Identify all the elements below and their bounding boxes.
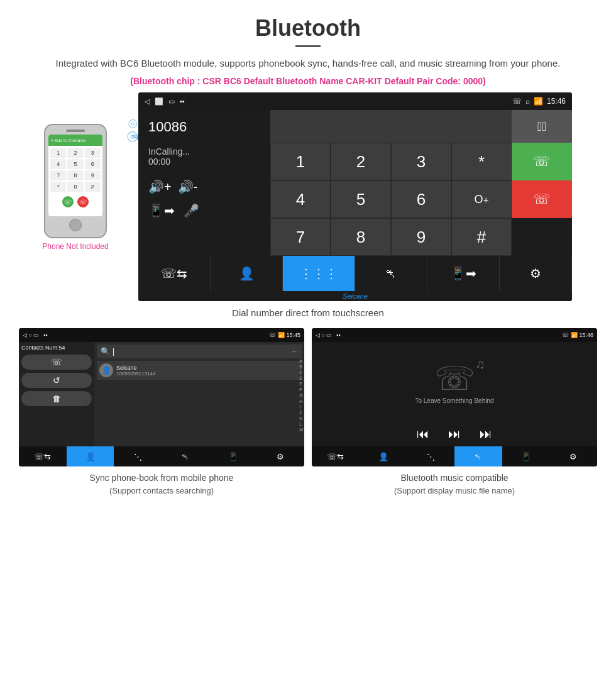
contacts-search-bar[interactable]: 🔍 | ← xyxy=(97,345,302,358)
nav-keypad[interactable]: ⋮⋮⋮ xyxy=(283,256,355,291)
bottom-screens-row: ◁ ○ ▭ ▪▪ ☏ 📶 15:45 Contacts Num:54 xyxy=(0,328,616,497)
contacts-right-panel: 🔍 | ← 👤 Seicane 10655059113144 xyxy=(94,342,304,446)
next-track-button[interactable]: ⏭ xyxy=(480,427,492,441)
contacts-left-panel: Contacts Num:54 ☏ ↺ 🗑 xyxy=(19,342,94,446)
volume-up-icon[interactable]: 🔊+ xyxy=(148,179,172,194)
cs-nav-keypad[interactable]: ⋱ xyxy=(114,446,162,466)
watermark-text: Seicane xyxy=(343,292,368,300)
key-0plus[interactable]: O+ xyxy=(451,180,512,218)
nav-settings[interactable]: ⚙ xyxy=(500,256,572,291)
main-caption: Dial number direct from touchscreen xyxy=(0,307,616,318)
ms-status-left: ◁ ○ ▭ ▪▪ xyxy=(316,332,340,338)
header-divider xyxy=(295,45,321,47)
key-2[interactable]: 2 xyxy=(331,143,391,180)
nav-contacts[interactable]: 👤 xyxy=(211,256,283,291)
phone-end-button: ☏ xyxy=(77,196,89,207)
phone-call-button: ☏ xyxy=(62,196,74,207)
cs-nav-phonebook[interactable]: 📱 xyxy=(209,446,257,466)
phone-keypad: 1 2 3 4 5 6 7 8 9 * 0 # xyxy=(48,146,102,194)
header-description: Integrated with BC6 Bluetooth module, su… xyxy=(38,56,578,71)
key-4[interactable]: 4 xyxy=(270,180,331,218)
cs-delete-btn[interactable]: 🗑 xyxy=(21,391,92,406)
status-bar-right: ☏ ⌕ 📶 15:46 xyxy=(512,97,566,106)
phone-body: + Add to Contacts 1 2 3 4 5 6 7 8 9 xyxy=(44,124,107,238)
phone-key-hash: # xyxy=(85,182,101,192)
volume-down-icon[interactable]: 🔊- xyxy=(178,179,198,194)
music-screen-inner: ◁ ○ ▭ ▪▪ ☏ 📶 15:46 ☏ ♫ xyxy=(312,328,597,466)
main-status-bar: ◁ ⬜ ▭ ▪▪ ☏ ⌕ 📶 15:46 xyxy=(138,92,572,110)
ms-nav-phonebook[interactable]: 📱 xyxy=(502,446,550,466)
phone-key-9: 9 xyxy=(85,170,101,180)
cs-signal-icon: ▪▪ xyxy=(43,332,47,338)
ms-signal-icon: ▪▪ xyxy=(336,332,340,338)
key-3[interactable]: 3 xyxy=(391,143,451,180)
ms-nav-call[interactable]: ☏⇆ xyxy=(312,446,360,466)
backspace-button[interactable]: ✖⃝ xyxy=(512,110,572,143)
key-7[interactable]: 7 xyxy=(270,218,331,256)
cs-status-right: ☏ 📶 15:45 xyxy=(269,332,300,338)
search-icon: 🔍 xyxy=(101,347,110,356)
phone-key-1: 1 xyxy=(50,148,66,158)
transfer-call-icon[interactable]: 📱➡ xyxy=(148,203,175,218)
song-title: To Leave Something Behind xyxy=(415,397,493,404)
cs-call-btn[interactable]: ☏ xyxy=(21,355,92,370)
contact-name: Seicane xyxy=(116,365,155,371)
nav-call-transfer[interactable]: ☏⇆ xyxy=(138,256,211,291)
alpha-list: A B C D E F G H I J K L xyxy=(299,358,303,433)
key-8[interactable]: 8 xyxy=(331,218,391,256)
phone-key-6: 6 xyxy=(85,159,101,169)
phone-key-8: 8 xyxy=(67,170,83,180)
music-screen: ◁ ○ ▭ ▪▪ ☏ 📶 15:46 ☏ ♫ xyxy=(312,328,597,466)
contact-item[interactable]: 👤 Seicane 10655059113144 xyxy=(97,361,302,380)
call-end-button[interactable]: ☏ xyxy=(512,180,572,218)
previous-track-button[interactable]: ⏮ xyxy=(417,427,429,441)
contact-phone: 10655059113144 xyxy=(116,371,155,377)
phone-key-3: 3 xyxy=(85,148,101,158)
contacts-status-bar: ◁ ○ ▭ ▪▪ ☏ 📶 15:45 xyxy=(19,328,304,342)
contacts-caption-sub: (Support contacts searching) xyxy=(19,485,304,497)
music-bottom-nav: ☏⇆ 👤 ⋱ ⯲ 📱 ⚙ xyxy=(312,446,597,466)
play-pause-button[interactable]: ⏭ xyxy=(448,427,461,441)
search-back-icon: ← xyxy=(291,348,298,355)
cs-nav-call[interactable]: ☏⇆ xyxy=(19,446,67,466)
signal-icon: ▪▪ xyxy=(180,97,185,105)
phone-bottom-buttons: ☏ ☏ xyxy=(48,194,102,210)
contacts-screen-inner: ◁ ○ ▭ ▪▪ ☏ 📶 15:45 Contacts Num:54 xyxy=(19,328,304,466)
music-controls: ⏮ ⏭ ⏭ xyxy=(312,422,597,446)
ms-nav-contacts[interactable]: 👤 xyxy=(360,446,407,466)
main-content-row: ⦾ ⦾ ⯲ + Add to Contacts xyxy=(0,92,616,301)
phone-illustration-col: ⦾ ⦾ ⯲ + Add to Contacts xyxy=(13,92,138,251)
contacts-num: Contacts Num:54 xyxy=(21,345,92,351)
key-9[interactable]: 9 xyxy=(391,218,451,256)
cs-sync-btn[interactable]: ↺ xyxy=(21,373,92,388)
cs-nav-settings[interactable]: ⚙ xyxy=(256,446,304,466)
key-hash[interactable]: # xyxy=(451,218,512,256)
key-6[interactable]: 6 xyxy=(391,180,451,218)
key-1[interactable]: 1 xyxy=(270,143,331,180)
contacts-screen: ◁ ○ ▭ ▪▪ ☏ 📶 15:45 Contacts Num:54 xyxy=(19,328,304,466)
phone-key-5: 5 xyxy=(67,159,83,169)
ms-nav-settings[interactable]: ⚙ xyxy=(549,446,597,466)
ms-nav-keypad[interactable]: ⋱ xyxy=(407,446,454,466)
status-time: 15:46 xyxy=(547,97,566,106)
mute-icon[interactable]: 🎤 xyxy=(184,203,199,218)
key-star[interactable]: * xyxy=(451,143,512,180)
music-caption: Bluetooth music compatible (Support disp… xyxy=(312,472,597,497)
music-body: ☏ ♫ To Leave Something Behind xyxy=(312,342,597,422)
key-5[interactable]: 5 xyxy=(331,180,391,218)
music-icon-wrap: ☏ ♫ xyxy=(434,360,475,397)
contacts-caption-main: Sync phone-book from mobile phone xyxy=(19,472,304,485)
ms-time: 15:46 xyxy=(579,332,593,338)
nav-bluetooth[interactable]: ⯲ xyxy=(355,256,427,291)
cs-back-icon: ◁ ○ ▭ xyxy=(23,332,39,338)
call-accept-button[interactable]: ☏ xyxy=(512,143,572,180)
ms-nav-bluetooth[interactable]: ⯲ xyxy=(454,446,502,466)
search-cursor: | xyxy=(113,347,114,356)
phone-key-star: * xyxy=(50,182,66,192)
nav-phone-book[interactable]: 📱➡ xyxy=(427,256,500,291)
phone-key-7: 7 xyxy=(50,170,66,180)
cs-time: 15:45 xyxy=(286,332,300,338)
cs-nav-bluetooth[interactable]: ⯲ xyxy=(162,446,209,466)
cs-nav-contacts[interactable]: 👤 xyxy=(67,446,114,466)
dial-volume-controls: 🔊+ 🔊- xyxy=(148,179,260,194)
